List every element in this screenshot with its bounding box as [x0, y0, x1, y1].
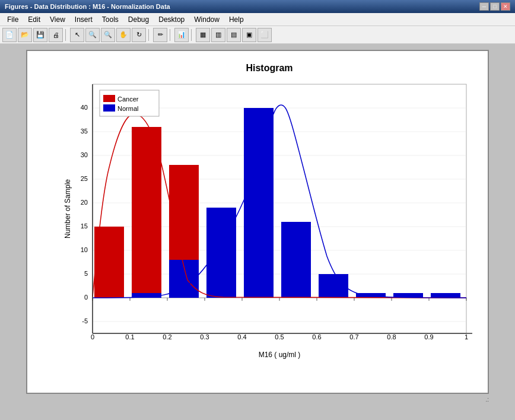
svg-text:0.8: 0.8 [387, 333, 396, 341]
window-controls: ─ □ ✕ [479, 2, 510, 11]
pan-button[interactable]: ✋ [116, 28, 131, 42]
histogram-chart: -5 0 5 10 15 20 25 30 35 40 0 0.1 0.2 0.… [63, 78, 478, 363]
y-axis-label: Number of Sample [63, 179, 72, 238]
rotate-button[interactable]: ↻ [132, 28, 146, 42]
svg-text:0: 0 [91, 333, 94, 341]
svg-text:40: 40 [81, 104, 88, 111]
menu-debug[interactable]: Debug [123, 14, 154, 25]
legend-box [100, 90, 159, 116]
menu-bar: File Edit View Insert Tools Debug Deskto… [0, 13, 515, 26]
status-bar: .: [485, 396, 489, 403]
normal-bar-3 [244, 108, 274, 298]
separator-2 [148, 29, 151, 41]
menu-desktop[interactable]: Desktop [154, 14, 189, 25]
close-button[interactable]: ✕ [501, 2, 510, 11]
export-button[interactable]: 📊 [174, 28, 189, 42]
svg-text:0.6: 0.6 [312, 333, 321, 341]
title-bar: Figures - Data Distribution : M16 - Norm… [0, 0, 515, 13]
menu-edit[interactable]: Edit [23, 14, 45, 25]
save-button[interactable]: 💾 [33, 28, 47, 42]
zoom-in-button[interactable]: 🔍 [85, 28, 100, 42]
menu-insert[interactable]: Insert [70, 14, 97, 25]
svg-text:0.7: 0.7 [349, 333, 358, 341]
open-button[interactable]: 📂 [18, 28, 32, 42]
svg-text:0.1: 0.1 [125, 333, 134, 341]
svg-text:-5: -5 [82, 317, 88, 324]
print-button[interactable]: 🖨 [49, 28, 63, 42]
legend-cancer-label: Cancer [117, 96, 139, 103]
svg-text:0.9: 0.9 [424, 333, 433, 341]
layout-btn-3[interactable]: ▤ [227, 28, 241, 42]
svg-text:1: 1 [465, 333, 468, 341]
menu-tools[interactable]: Tools [97, 14, 123, 25]
svg-text:15: 15 [81, 222, 88, 230]
svg-text:30: 30 [81, 151, 88, 158]
normal-bar-6 [356, 293, 386, 298]
legend-normal-label: Normal [117, 105, 138, 112]
window-title: Figures - Data Distribution : M16 - Norm… [5, 3, 170, 10]
cancer-bar-1 [132, 127, 161, 298]
svg-text:35: 35 [81, 128, 88, 135]
svg-text:0.5: 0.5 [275, 333, 284, 341]
brush-button[interactable]: ✏ [153, 28, 167, 42]
x-axis-label: M16 ( ug/ml ) [259, 351, 301, 359]
svg-text:20: 20 [81, 199, 88, 206]
layout-btn-2[interactable]: ▥ [211, 28, 225, 42]
svg-text:10: 10 [81, 246, 88, 253]
layout-btn-1[interactable]: ▦ [196, 28, 210, 42]
legend-normal-color [103, 104, 115, 112]
svg-text:25: 25 [81, 175, 88, 182]
maximize-button[interactable]: □ [490, 2, 500, 11]
menu-window[interactable]: Window [189, 14, 224, 25]
layout-btn-5[interactable]: ⬜ [258, 28, 272, 42]
svg-text:5: 5 [84, 270, 88, 277]
layout-btn-4[interactable]: ▣ [242, 28, 256, 42]
figure-container: Histogram -5 0 5 10 15 [26, 50, 489, 394]
separator-4 [191, 29, 193, 41]
menu-file[interactable]: File [2, 14, 23, 25]
normal-bar-8 [431, 293, 460, 298]
separator-3 [170, 29, 172, 41]
toolbar: 📄 📂 💾 🖨 ↖ 🔍 🔍 ✋ ↻ ✏ 📊 ▦ ▥ ▤ ▣ ⬜ [0, 26, 515, 44]
svg-text:0: 0 [84, 294, 88, 301]
minimize-button[interactable]: ─ [479, 2, 489, 11]
svg-text:0.3: 0.3 [200, 333, 209, 341]
svg-text:0.2: 0.2 [163, 333, 171, 341]
svg-text:0.4: 0.4 [237, 333, 246, 341]
normal-bar-4 [281, 222, 311, 298]
menu-view[interactable]: View [45, 14, 70, 25]
normal-bar-2 [206, 208, 236, 298]
zoom-out-button[interactable]: 🔍 [101, 28, 115, 42]
legend-cancer-color [103, 95, 115, 102]
cursor-button[interactable]: ↖ [70, 28, 84, 42]
new-button[interactable]: 📄 [2, 28, 17, 42]
main-content: Histogram -5 0 5 10 15 [0, 44, 515, 420]
menu-help[interactable]: Help [224, 14, 249, 25]
chart-title: Histogram [63, 63, 476, 74]
separator-1 [65, 29, 68, 41]
